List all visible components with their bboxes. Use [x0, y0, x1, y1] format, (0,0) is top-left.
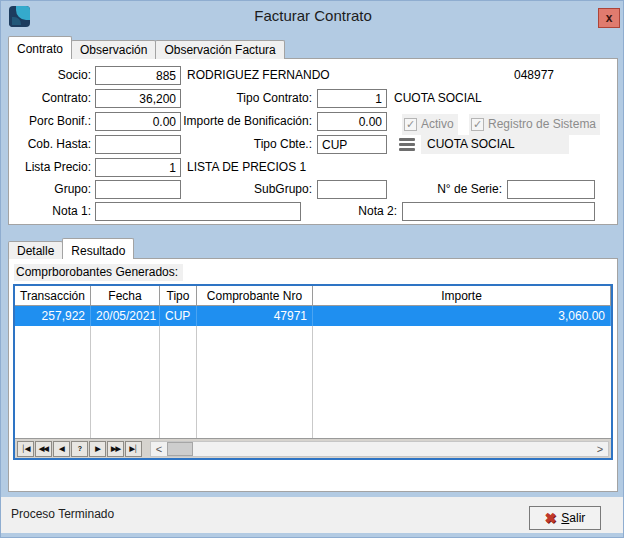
check-icon: ✓	[471, 118, 484, 131]
check-icon: ✓	[404, 118, 417, 131]
grupo-label: Grupo:	[9, 180, 91, 199]
nota2-label: Nota 2:	[309, 202, 397, 221]
tab-observacion[interactable]: Observación	[71, 40, 156, 59]
exit-x-icon: ✖	[545, 510, 557, 526]
window-title: Facturar Contrato	[1, 1, 624, 31]
registro-sistema-checkbox[interactable]: ✓ Registro de Sistema	[469, 114, 600, 135]
contract-pagecontrol: Contrato Observación Observación Factura…	[8, 37, 618, 225]
horizontal-scrollbar[interactable]: < >	[150, 441, 609, 457]
next-page-button[interactable]: ▶▶	[107, 441, 124, 457]
scroll-left-icon[interactable]: <	[151, 442, 167, 456]
col-transaccion[interactable]: Transacción	[15, 286, 91, 305]
tipo-contrato-label: Tipo Contrato:	[144, 89, 312, 108]
cell-importe: 3,060.00	[313, 306, 611, 326]
help-button[interactable]: ?	[71, 441, 88, 457]
serie-input[interactable]	[507, 180, 595, 199]
socio-label: Socio:	[9, 66, 91, 85]
tab-contrato[interactable]: Contrato	[8, 36, 72, 59]
footer-bar: Proceso Terminado ✖ Salir	[1, 497, 623, 533]
nota1-label: Nota 1:	[9, 202, 91, 221]
socio-name: RODRIGUEZ FERNANDO	[187, 66, 330, 85]
tipo-cbte-input[interactable]	[317, 135, 387, 154]
scrollbar-thumb[interactable]	[167, 442, 193, 456]
title-bar: Facturar Contrato x	[1, 1, 624, 31]
next-record-button[interactable]: ▶	[89, 441, 106, 457]
col-importe[interactable]: Importe	[313, 286, 611, 305]
socio-code: 048977	[514, 66, 574, 85]
tipo-contrato-desc: CUOTA SOCIAL	[394, 89, 482, 108]
tab-resultado[interactable]: Resultado	[62, 238, 134, 259]
grid-header: Transacción Fecha Tipo Comprobante Nro I…	[15, 286, 611, 306]
tipo-cbte-desc: CUOTA SOCIAL	[421, 135, 569, 154]
facturar-contrato-dialog: Facturar Contrato x Contrato Observación…	[0, 0, 624, 538]
subgrupo-label: SubGrupo:	[144, 180, 312, 199]
col-tipo[interactable]: Tipo	[160, 286, 197, 305]
grid-empty-area	[15, 326, 611, 438]
comprobantes-grid[interactable]: Transacción Fecha Tipo Comprobante Nro I…	[13, 284, 613, 460]
top-tab-strip: Contrato Observación Observación Factura	[8, 37, 618, 59]
close-icon[interactable]: x	[598, 8, 620, 28]
tipo-contrato-input[interactable]	[317, 89, 387, 108]
tab-observacion-factura[interactable]: Observación Factura	[155, 40, 284, 59]
db-navigator: │◀ ◀◀ ◀ ? ▶ ▶▶ ▶│ < >	[15, 438, 611, 458]
col-comprobante-nro[interactable]: Comprobante Nro	[197, 286, 313, 305]
cell-fecha: 20/05/2021	[91, 306, 160, 326]
contrato-label: Contrato:	[9, 89, 91, 108]
lista-precio-input[interactable]	[95, 158, 181, 177]
last-record-button[interactable]: ▶│	[125, 441, 142, 457]
serie-label: N° de Serie:	[429, 180, 502, 199]
nota2-input[interactable]	[402, 202, 595, 221]
prior-record-button[interactable]: ◀	[53, 441, 70, 457]
tipo-cbte-label: Tipo Cbte.:	[144, 135, 312, 154]
cell-tipo: CUP	[160, 306, 197, 326]
activo-label: Activo	[421, 115, 454, 134]
cell-transaccion: 257,922	[15, 306, 91, 326]
subgrupo-input[interactable]	[317, 180, 387, 199]
result-pagecontrol: Detalle Resultado Comprborobantes Genera…	[8, 239, 618, 492]
nota1-input[interactable]	[95, 202, 301, 221]
salir-button[interactable]: ✖ Salir	[529, 506, 601, 530]
table-row[interactable]: 257,922 20/05/2021 CUP 47971 3,060.00	[15, 306, 611, 326]
activo-checkbox[interactable]: ✓ Activo	[402, 114, 458, 135]
scroll-right-icon[interactable]: >	[592, 442, 608, 456]
registro-sistema-label: Registro de Sistema	[488, 115, 596, 134]
first-record-button[interactable]: │◀	[17, 441, 34, 457]
salir-label: Salir	[561, 511, 585, 525]
socio-input[interactable]	[95, 66, 181, 85]
tab-detalle[interactable]: Detalle	[8, 241, 63, 259]
contrato-page: Socio: RODRIGUEZ FERNANDO 048977 Contrat…	[8, 58, 618, 225]
lista-precio-desc: LISTA DE PRECIOS 1	[187, 158, 306, 177]
status-text: Proceso Terminado	[11, 507, 114, 521]
col-fecha[interactable]: Fecha	[91, 286, 160, 305]
menu-icon[interactable]	[399, 138, 415, 151]
comprobantes-caption: Comprborobantes Generados:	[14, 264, 183, 281]
cell-comprobante-nro: 47971	[197, 306, 313, 326]
resultado-page: Comprborobantes Generados: Transacción F…	[8, 258, 618, 492]
porc-bonif-label: Porc Bonif.:	[9, 112, 91, 131]
importe-bonif-input[interactable]	[317, 112, 387, 131]
scrollbar-track[interactable]	[193, 442, 592, 456]
bottom-tab-strip: Detalle Resultado	[8, 239, 618, 259]
cob-hasta-label: Cob. Hasta:	[9, 135, 91, 154]
prior-page-button[interactable]: ◀◀	[35, 441, 52, 457]
importe-bonif-label: Importe de Bonificación:	[144, 112, 312, 131]
lista-precio-label: Lista Precio:	[9, 158, 91, 177]
